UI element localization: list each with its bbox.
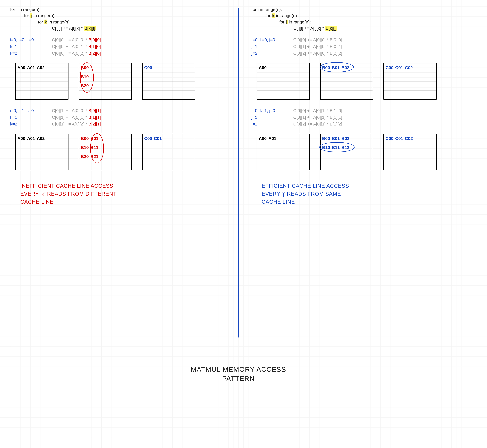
matrix-row: B10B11: [79, 143, 131, 152]
matrix-b: B00 B01 B02 B10 B11 B12 ..: [320, 134, 373, 170]
left-trace-2: i=0, j=1, k=0 C[0][1] += A[0][0] * B[0][…: [10, 107, 230, 127]
b-term: B[2][1]: [88, 121, 101, 126]
right-matrices-2: A00 A01 ... B00 B01 B02: [257, 134, 472, 170]
iter-label: k=1: [10, 114, 51, 121]
column-circle-icon: [80, 62, 94, 93]
iter-label: j=2: [251, 121, 292, 127]
highlight-var: j: [286, 20, 288, 24]
expr: C[0][1] += A[0][0] * B[0][1]: [52, 107, 101, 114]
code-line: for j in range(n):: [279, 19, 472, 25]
iter-label: j=2: [251, 50, 292, 56]
b-term: B[0][0]: [88, 37, 101, 42]
iter-label: k=1: [10, 43, 51, 50]
trace-row: k=1 C[0][1] += A[0][1] * B[1][1]: [10, 114, 230, 121]
matrix-row: B00B01: [79, 134, 131, 143]
iter-label: j=1: [251, 43, 292, 50]
trace-row: j=2 C[0][2] += A[0][1] * B[1][2]: [251, 121, 472, 127]
left-matrices-2: A00 A01 A02 ... B00B01 B10B: [15, 134, 230, 170]
b-term: B[2][0]: [88, 51, 101, 56]
expr: C[0][1] += A[0][1] * B[1][1]: [293, 114, 342, 121]
matrix-row: C00 C01 C02: [384, 134, 436, 143]
matrix-a: A00 A01 ...: [257, 134, 310, 170]
highlight-term: B[k][j]: [325, 26, 337, 31]
matrix-a: A00 A01 A02 ...: [15, 63, 69, 100]
title-line: MATMUL MEMORY ACCESS: [5, 365, 472, 373]
highlight-term: B[k][j]: [84, 26, 96, 31]
concl-line: EFFICIENT CACHE LINE ACCESS: [262, 182, 472, 190]
expr: C[0][0] += A[0][1] * B[1][0]: [293, 107, 342, 114]
expr: C[0][1] += A[0][2] * B[2][1]: [52, 121, 101, 127]
trace-row: i=0, k=0, j=0 C[0][0] += A[0][0] * B[0][…: [251, 36, 472, 43]
trace-row: j=1 C[0][1] += A[0][1] * B[1][1]: [251, 114, 472, 121]
matrix-a: A00 A01 A02 ...: [15, 134, 69, 170]
expr: C[0][0] += A[0][2] * B[2][0]: [52, 50, 101, 56]
left-conclusion: INEFFICIENT CACHE LINE ACCESS EVERY 'k' …: [20, 182, 230, 206]
b-term: B[1][1]: [88, 115, 101, 120]
vertical-divider: [238, 8, 239, 337]
page-title: MATMUL MEMORY ACCESS PATTERN: [5, 365, 472, 382]
matrix-b: B00 B01 B02 ...: [320, 63, 373, 100]
matrix-c: C00 C01 C02 ...: [383, 63, 437, 100]
right-code: for i in range(n): for k in range(n): fo…: [251, 6, 472, 31]
b-term: B[0][1]: [88, 108, 101, 113]
matrix-row: C00 C01 C02: [384, 64, 436, 72]
matrix-a: A00 ...: [257, 63, 310, 100]
row-circle-icon: [319, 142, 355, 152]
trace-row: k=2 C[0][0] += A[0][2] * B[2][0]: [10, 50, 230, 56]
iter-label: i=0, j=0, k=0: [10, 36, 51, 43]
matrix-c: C00 ...: [142, 63, 195, 100]
concl-line: CACHE LINE: [262, 198, 472, 206]
concl-line: EVERY 'k' READS FROM DIFFERENT: [20, 190, 230, 198]
left-trace-1: i=0, j=0, k=0 C[0][0] += A[0][0] * B[0][…: [10, 36, 230, 56]
trace-row: k=2 C[0][1] += A[0][2] * B[2][1]: [10, 121, 230, 127]
trace-row: i=0, j=0, k=0 C[0][0] += A[0][0] * B[0][…: [10, 36, 230, 43]
matrix-row: B20B21: [79, 152, 131, 161]
row-circle-icon: [320, 62, 354, 72]
iter-label: k=2: [10, 121, 51, 127]
b-term: B[1][0]: [88, 44, 101, 49]
columns: for i in range(n): for j in range(n): fo…: [5, 5, 472, 337]
expr: C[0][0] += A[0][1] * B[1][0]: [52, 43, 101, 50]
matrix-row: A00 A01 A02: [16, 64, 68, 72]
matrix-row: A00: [257, 64, 309, 72]
matrix-row: A00 A01 A02: [16, 134, 68, 143]
trace-row: i=0, j=1, k=0 C[0][1] += A[0][0] * B[0][…: [10, 107, 230, 114]
matrix-b: B00B01 B10B11 B20B21 .: [79, 134, 132, 170]
matrix-row: A00 A01: [257, 134, 309, 143]
iter-label: j=1: [251, 114, 292, 121]
matrix-c: C00C01 ...: [142, 134, 195, 170]
right-column: for i in range(n): for k in range(n): fo…: [246, 5, 472, 337]
page: for i in range(n): for j in range(n): fo…: [5, 5, 472, 382]
highlight-var: k: [272, 13, 275, 18]
code-line: for i in range(n):: [10, 6, 230, 13]
highlight-var: j: [30, 13, 32, 18]
expr: C[0][1] += A[0][0] * B[0][1]: [293, 43, 342, 50]
column-circle-icon: [90, 133, 104, 163]
expr: C[0][2] += A[0][0] * B[0][2]: [293, 50, 342, 56]
concl-line: EVERY 'j' READS FROM SAME: [262, 190, 472, 198]
code-line: for k in range(n):: [266, 13, 472, 19]
iter-label: i=0, k=0, j=0: [251, 36, 292, 43]
concl-line: INEFFICIENT CACHE LINE ACCESS: [20, 182, 230, 190]
left-matrices-1: A00 A01 A02 ... B00 B10 B20 .: [15, 63, 230, 100]
matrix-row: C00C01: [143, 134, 195, 143]
trace-row: i=0, k=1, j=0 C[0][0] += A[0][1] * B[1][…: [251, 107, 472, 114]
iter-label: i=0, k=1, j=0: [251, 107, 292, 114]
left-column: for i in range(n): for j in range(n): fo…: [5, 5, 230, 337]
expr: C[0][0] += A[0][0] * B[0][0]: [293, 36, 342, 43]
title-line: PATTERN: [5, 375, 472, 382]
matrix-row: B00 B01 B02: [321, 134, 373, 143]
trace-row: j=2 C[0][2] += A[0][0] * B[0][2]: [251, 50, 472, 56]
highlight-var: k: [44, 20, 47, 24]
right-trace-2: i=0, k=1, j=0 C[0][0] += A[0][1] * B[1][…: [251, 107, 472, 127]
left-code: for i in range(n): for j in range(n): fo…: [10, 6, 230, 31]
code-line: for j in range(n):: [24, 13, 230, 19]
iter-label: i=0, j=1, k=0: [10, 107, 51, 114]
code-line: for k in range(n):: [38, 19, 230, 25]
expr: C[0][2] += A[0][1] * B[1][2]: [293, 121, 342, 127]
matrix-b: B00 B10 B20 .: [79, 63, 132, 100]
code-line: for i in range(n):: [251, 6, 472, 13]
concl-line: CACHE LINE: [20, 198, 230, 206]
iter-label: k=2: [10, 50, 51, 56]
code-line: C[i][j] += A[i][k] * B[k][j]: [52, 25, 230, 31]
